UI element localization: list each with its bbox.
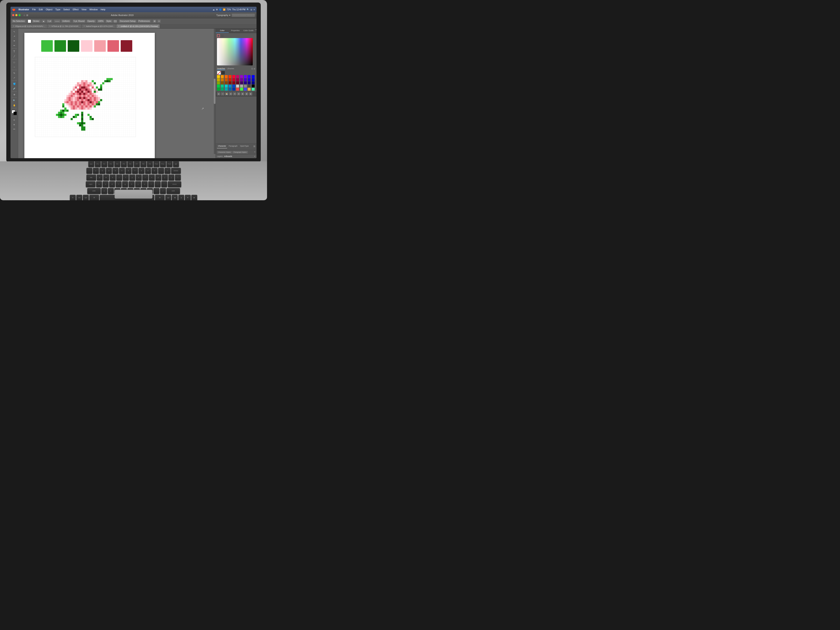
screen-mode-btn[interactable]: ⊞ <box>11 122 17 127</box>
swatch-grid-item[interactable] <box>221 81 224 84</box>
swatch-grid-item[interactable] <box>240 75 243 78</box>
tab-properties[interactable]: Properties <box>229 28 242 33</box>
menu-illustrator[interactable]: Illustrator <box>17 8 30 11</box>
key-down[interactable]: ▼ <box>185 195 191 201</box>
menu-edit[interactable]: Edit <box>38 8 44 11</box>
swatch-grid-item[interactable] <box>248 85 251 87</box>
key-ropt[interactable]: opt <box>165 195 171 201</box>
key-f[interactable]: f <box>116 181 122 187</box>
tab-nativetongue[interactable]: ✕ NativeTongue.ai @ 6.57% (CMY... <box>82 24 116 28</box>
color-stroke-icon[interactable] <box>217 34 220 37</box>
extra-tools-btn[interactable]: ••• <box>11 127 17 131</box>
swatch-grid-item[interactable] <box>229 81 232 84</box>
scrollbar-vertical[interactable] <box>214 28 216 154</box>
swatch-grid-item[interactable] <box>244 78 247 81</box>
swatch-grid-item[interactable] <box>252 78 255 81</box>
key-semicolon[interactable]: ; <box>155 181 161 187</box>
panel-icon-1[interactable]: ◈ <box>217 92 220 95</box>
paintbucket-tool[interactable]: 🪣 <box>11 82 17 86</box>
menu-file[interactable]: File <box>31 8 37 11</box>
key-opt[interactable]: opt <box>83 195 89 201</box>
key-return[interactable]: return <box>168 181 181 187</box>
selection-tool[interactable]: ↖ <box>11 30 17 34</box>
menu-help[interactable]: Help <box>99 8 107 11</box>
key-h[interactable]: h <box>129 181 134 187</box>
key-u[interactable]: u <box>136 174 142 180</box>
swatch-grid-item[interactable] <box>244 81 247 84</box>
swatch-grid-item[interactable] <box>240 81 243 84</box>
key-f3[interactable]: F3 <box>108 161 114 167</box>
fill-swatch[interactable] <box>28 19 31 23</box>
menu-view[interactable]: View <box>81 8 88 11</box>
swatch-grid-item[interactable] <box>217 88 220 91</box>
swatch-grid-item[interactable] <box>236 75 239 78</box>
key-f12[interactable]: F12 <box>167 161 172 167</box>
tab-untitled[interactable]: ✕ Untitled-4* @ 42.25% (CMYK/GPU Preview… <box>117 24 159 28</box>
color-fill-icon[interactable] <box>221 34 224 37</box>
swatch-grid-item[interactable] <box>252 75 255 78</box>
key-1[interactable]: 1 <box>93 168 99 174</box>
swatch-grid-item[interactable] <box>217 78 220 81</box>
rectangle-tool[interactable]: □ <box>11 60 17 64</box>
swatch-grid-item[interactable] <box>248 81 251 84</box>
swatch-grid-item[interactable] <box>221 88 224 91</box>
swatch-grid-item[interactable] <box>244 75 247 78</box>
key-minus[interactable]: - <box>158 168 164 174</box>
swatch-4[interactable] <box>81 40 93 52</box>
key-f10[interactable]: F10 <box>153 161 159 167</box>
blend-tool[interactable]: ⊕ <box>11 92 17 97</box>
uniform-dropdown[interactable]: Uniform <box>61 19 71 23</box>
direct-select-tool[interactable]: ↗ <box>11 34 17 38</box>
none-swatch[interactable] <box>217 71 221 75</box>
menu-type[interactable]: Type <box>54 8 62 11</box>
key-0[interactable]: 0 <box>152 168 158 174</box>
swatch-grid-item[interactable] <box>221 78 224 81</box>
key-z[interactable]: z <box>101 188 107 194</box>
pen-tool[interactable]: ✒ <box>11 39 17 43</box>
swatch-grid-item[interactable] <box>236 78 239 81</box>
stroke-style[interactable]: —— <box>54 19 60 23</box>
preferences-btn[interactable]: Preferences <box>137 19 151 23</box>
panel-icon-9[interactable]: 🗑 <box>249 92 252 95</box>
swatches-grid-icon[interactable]: ⊞ <box>254 68 255 70</box>
color-panel-menu[interactable]: ≡ <box>256 28 257 33</box>
key-q[interactable]: q <box>97 174 103 180</box>
maximize-button[interactable] <box>19 14 21 16</box>
key-9[interactable]: 9 <box>145 168 151 174</box>
key-esc[interactable]: esc <box>88 161 94 167</box>
tab-opentype[interactable]: OpenType <box>239 144 250 148</box>
panel-arrange-icon[interactable]: ⊞ <box>153 19 156 23</box>
key-p[interactable]: p <box>155 174 161 180</box>
key-i[interactable]: i <box>142 174 148 180</box>
key-3[interactable]: 3 <box>106 168 112 174</box>
swatch-grid-item[interactable] <box>217 81 220 84</box>
line-tool[interactable]: ╱ <box>11 54 17 58</box>
swatch-grid-item[interactable] <box>225 88 228 91</box>
eyedropper-tool[interactable]: 💉 <box>11 86 17 90</box>
swatch-grid-item[interactable] <box>221 85 224 87</box>
swatch-grid-item[interactable] <box>221 75 224 78</box>
key-e[interactable]: e <box>110 174 116 180</box>
key-s[interactable]: s <box>103 181 109 187</box>
swatches-tab-swatches[interactable]: Swatches <box>217 68 225 70</box>
tab-color-guide[interactable]: Color Guide <box>242 28 255 33</box>
key-f2[interactable]: F2 <box>101 161 107 167</box>
key-ctrl[interactable]: ctrl <box>76 195 82 201</box>
color-gradient-picker[interactable] <box>217 38 253 65</box>
tab-color[interactable]: Color <box>216 28 229 33</box>
tab-character[interactable]: Character <box>217 144 227 148</box>
swatch-grid-item[interactable] <box>232 75 235 78</box>
key-j[interactable]: j <box>135 181 141 187</box>
key-f9[interactable]: F9 <box>147 161 153 167</box>
control-center-icon[interactable]: ≡ <box>254 8 255 11</box>
stock-search-input[interactable] <box>232 14 255 17</box>
pencil-tool[interactable]: ✏ <box>11 43 17 47</box>
key-w[interactable]: w <box>103 174 109 180</box>
key-quote[interactable]: ' <box>161 181 167 187</box>
swatch-grid-item[interactable] <box>232 78 235 81</box>
key-tab[interactable]: tab <box>87 174 96 180</box>
color-picker[interactable] <box>216 33 257 66</box>
swatch-grid-item[interactable] <box>240 88 243 91</box>
panel-icon-7[interactable]: 🗑 <box>241 92 244 95</box>
key-4[interactable]: 4 <box>112 168 118 174</box>
